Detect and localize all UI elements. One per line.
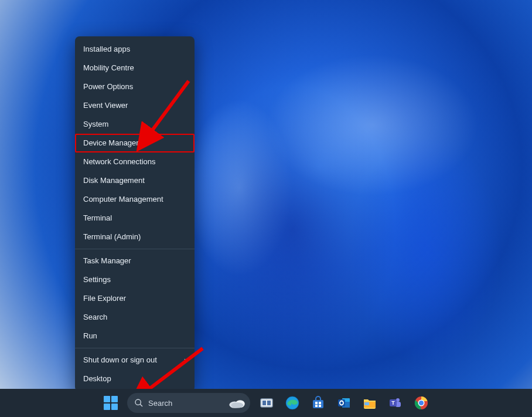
menu-installed-apps[interactable]: Installed apps [75, 40, 195, 59]
menu-mobility-centre[interactable]: Mobility Centre [75, 59, 195, 77]
menu-desktop[interactable]: Desktop [75, 369, 195, 388]
taskbar-task-view-icon [260, 396, 274, 410]
taskbar-file-explorer[interactable] [358, 391, 381, 415]
search-placeholder-text: Search [148, 399, 172, 408]
svg-rect-19 [319, 405, 321, 407]
svg-rect-18 [315, 405, 318, 407]
taskbar-store-icon [311, 396, 325, 410]
svg-rect-17 [319, 402, 321, 404]
menu-item-label: Device Manager [83, 137, 139, 149]
windows-logo-icon [104, 396, 118, 410]
menu-item-label: Computer Management [83, 194, 163, 205]
menu-item-label: Desktop [83, 373, 111, 385]
taskbar-apps: T [255, 391, 433, 415]
menu-item-label: Power Options [83, 81, 133, 93]
menu-task-manager[interactable]: Task Manager [75, 252, 195, 270]
taskbar-search[interactable]: Search [127, 393, 250, 413]
menu-disk-management[interactable]: Disk Management [75, 171, 195, 190]
menu-item-label: Mobility Centre [83, 62, 134, 74]
menu-item-label: Installed apps [83, 43, 130, 55]
taskbar-teams[interactable]: T [384, 391, 407, 415]
taskbar-outlook[interactable] [332, 391, 356, 415]
menu-item-label: Shut down or sign out [83, 354, 157, 366]
menu-item-label: Run [83, 330, 97, 342]
svg-line-5 [140, 404, 142, 406]
menu-item-label: Search [83, 311, 107, 323]
taskbar-edge[interactable] [281, 391, 304, 415]
menu-item-label: Terminal (Admin) [83, 231, 141, 243]
svg-point-32 [419, 401, 424, 405]
menu-settings[interactable]: Settings [75, 270, 195, 289]
desktop-wallpaper: Installed appsMobility CentrePower Optio… [0, 0, 532, 417]
menu-item-label: Event Viewer [83, 100, 128, 111]
menu-item-label: Terminal [83, 212, 112, 224]
menu-event-viewer[interactable]: Event Viewer [75, 96, 195, 115]
menu-item-label: Disk Management [83, 175, 145, 187]
weather-icon [228, 396, 247, 410]
taskbar-chrome-icon [414, 396, 428, 410]
menu-separator [75, 348, 195, 348]
menu-network-connections[interactable]: Network Connections [75, 152, 195, 171]
svg-rect-15 [313, 400, 323, 408]
menu-shutdown-signout[interactable]: Shut down or sign out› [75, 351, 195, 369]
menu-run[interactable]: Run [75, 327, 195, 345]
svg-rect-25 [364, 402, 369, 405]
taskbar-outlook-icon [337, 396, 351, 410]
menu-device-manager[interactable]: Device Manager [75, 134, 195, 152]
menu-item-label: File Explorer [83, 293, 126, 304]
taskbar-edge-icon [285, 396, 299, 410]
menu-terminal[interactable]: Terminal [75, 209, 195, 228]
menu-separator [75, 249, 195, 249]
search-icon [134, 398, 144, 408]
taskbar-chrome[interactable] [410, 391, 433, 415]
chevron-right-icon: › [184, 354, 186, 366]
menu-system[interactable]: System [75, 115, 195, 134]
svg-rect-12 [267, 401, 271, 405]
taskbar-task-view[interactable] [255, 391, 278, 415]
taskbar-store[interactable] [306, 391, 330, 415]
svg-text:T: T [391, 400, 395, 406]
taskbar-teams-icon: T [388, 396, 403, 410]
svg-point-8 [231, 402, 244, 408]
menu-item-label: Task Manager [83, 255, 131, 267]
menu-item-label: Network Connections [83, 156, 156, 168]
menu-terminal-admin[interactable]: Terminal (Admin) [75, 228, 195, 246]
taskbar: Search T [0, 389, 532, 417]
svg-rect-11 [262, 401, 266, 405]
taskbar-file-explorer-icon [363, 396, 377, 410]
winx-context-menu: Installed appsMobility CentrePower Optio… [75, 36, 195, 392]
svg-rect-16 [315, 402, 318, 404]
menu-search[interactable]: Search [75, 308, 195, 327]
menu-item-label: System [83, 118, 108, 130]
menu-file-explorer[interactable]: File Explorer [75, 289, 195, 308]
svg-point-4 [135, 399, 141, 405]
menu-item-label: Settings [83, 274, 111, 286]
start-button[interactable] [99, 391, 122, 415]
menu-power-options[interactable]: Power Options [75, 77, 195, 96]
menu-computer-management[interactable]: Computer Management [75, 190, 195, 209]
